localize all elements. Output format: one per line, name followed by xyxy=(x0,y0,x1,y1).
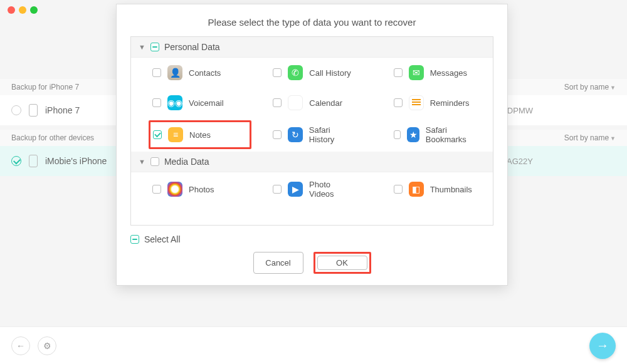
chevron-down-icon: ▼ xyxy=(610,85,616,91)
item-label: Contacts xyxy=(189,68,221,78)
safari-bookmarks-icon: ★ xyxy=(407,127,419,142)
device-name: iMobie's iPhone xyxy=(45,156,107,166)
gear-icon: ⚙ xyxy=(43,341,51,351)
maximize-window-icon[interactable] xyxy=(30,6,38,14)
checkbox[interactable] xyxy=(152,98,161,107)
chevron-down-icon: ▼ xyxy=(610,135,616,142)
radio-checked-icon[interactable] xyxy=(11,156,21,166)
photo-videos-icon: ▶ xyxy=(288,182,303,197)
group-media-data[interactable]: ▼ Media Data xyxy=(131,152,493,172)
sort-control[interactable]: Sort by name▼ xyxy=(564,83,616,91)
select-all-row[interactable]: Select All xyxy=(117,226,507,248)
item-label: Safari Bookmarks xyxy=(426,125,478,144)
checkbox[interactable] xyxy=(394,185,403,194)
device-serial: AG22Y xyxy=(507,157,533,166)
call-history-icon: ✆ xyxy=(288,65,303,80)
item-safari-bookmarks[interactable]: ★Safari Bookmarks xyxy=(372,118,493,152)
sort-control[interactable]: Sort by name▼ xyxy=(564,133,616,142)
reminders-icon xyxy=(409,95,424,110)
settings-button[interactable]: ⚙ xyxy=(38,336,56,355)
item-photos[interactable]: Photos xyxy=(131,172,251,206)
photos-icon xyxy=(167,182,182,197)
item-label: Notes xyxy=(189,130,211,140)
item-contacts[interactable]: 👤Contacts xyxy=(131,58,251,88)
footer-left-controls: ← ⚙ xyxy=(11,336,56,355)
group-label: Media Data xyxy=(164,157,209,167)
item-reminders[interactable]: Reminders xyxy=(372,88,493,118)
next-button[interactable]: → xyxy=(589,333,616,359)
phone-icon xyxy=(29,104,38,117)
item-calendar[interactable]: 3Calendar xyxy=(251,88,372,118)
messages-icon: ✉ xyxy=(409,65,424,80)
item-label: Call History xyxy=(309,68,350,78)
modal-buttons: Cancel OK xyxy=(117,248,507,285)
recover-type-modal: Please select the type of data you want … xyxy=(116,4,508,286)
checkbox[interactable] xyxy=(152,185,161,194)
arrow-left-icon: ← xyxy=(16,341,25,351)
item-call-history[interactable]: ✆Call History xyxy=(251,58,372,88)
item-label: Reminders xyxy=(430,98,470,108)
checkbox[interactable] xyxy=(273,68,282,77)
back-button[interactable]: ← xyxy=(11,336,30,355)
close-window-icon[interactable] xyxy=(8,6,15,14)
item-thumbnails[interactable]: ◧Thumbnails xyxy=(372,172,493,206)
checkbox[interactable] xyxy=(273,130,282,139)
checkbox[interactable] xyxy=(150,157,159,166)
modal-title: Please select the type of data you want … xyxy=(117,4,507,36)
notes-icon: ≡ xyxy=(168,127,183,142)
group-label: Personal Data xyxy=(164,42,220,52)
cancel-button[interactable]: Cancel xyxy=(253,252,303,274)
checkbox[interactable] xyxy=(273,98,282,107)
checkbox[interactable] xyxy=(152,68,161,77)
item-messages[interactable]: ✉Messages xyxy=(372,58,493,88)
item-photo-videos[interactable]: ▶Photo Videos xyxy=(251,172,372,206)
checkbox[interactable] xyxy=(273,185,282,194)
ok-highlight: OK xyxy=(314,252,371,274)
item-label: Photo Videos xyxy=(309,180,357,199)
data-type-list: ▼ Personal Data 👤Contacts ✆Call History … xyxy=(130,36,493,226)
media-data-grid: Photos ▶Photo Videos ◧Thumbnails xyxy=(131,172,493,206)
phone-icon xyxy=(29,155,38,167)
disclosure-triangle-icon[interactable]: ▼ xyxy=(139,43,145,51)
item-label: Thumbnails xyxy=(430,185,472,194)
item-notes[interactable]: ≡Notes xyxy=(149,120,251,149)
checkbox[interactable] xyxy=(394,130,401,139)
voicemail-icon: ◉◉ xyxy=(167,95,182,110)
calendar-icon: 3 xyxy=(288,95,303,110)
item-label: Calendar xyxy=(309,98,342,108)
ok-button[interactable]: OK xyxy=(317,256,367,270)
disclosure-triangle-icon[interactable]: ▼ xyxy=(139,158,145,165)
radio-unchecked-icon[interactable] xyxy=(11,105,21,115)
checkbox-partial[interactable] xyxy=(150,43,159,51)
footer-bar: ← ⚙ → xyxy=(0,326,627,364)
checkbox-checked[interactable] xyxy=(153,130,162,139)
contacts-icon: 👤 xyxy=(167,65,182,80)
checkbox[interactable] xyxy=(394,68,403,77)
section-title: Backup for iPhone 7 xyxy=(11,83,79,91)
item-label: Safari History xyxy=(309,125,357,144)
thumbnails-icon: ◧ xyxy=(409,182,424,197)
personal-data-grid: 👤Contacts ✆Call History ✉Messages ◉◉Voic… xyxy=(131,58,493,152)
item-safari-history[interactable]: ↻Safari History xyxy=(251,118,372,152)
safari-history-icon: ↻ xyxy=(288,127,303,142)
section-title: Backup for other devices xyxy=(11,133,94,142)
checkbox-partial[interactable] xyxy=(130,235,139,244)
item-label: Messages xyxy=(430,68,467,78)
arrow-right-icon: → xyxy=(596,338,609,353)
item-label: Photos xyxy=(189,185,214,194)
group-personal-data[interactable]: ▼ Personal Data xyxy=(131,37,493,58)
item-label: Voicemail xyxy=(189,98,224,108)
item-voicemail[interactable]: ◉◉Voicemail xyxy=(131,88,251,118)
device-name: iPhone 7 xyxy=(45,105,80,115)
window-controls xyxy=(8,6,38,14)
checkbox[interactable] xyxy=(394,98,403,107)
minimize-window-icon[interactable] xyxy=(19,6,26,14)
select-all-label: Select All xyxy=(144,234,181,244)
